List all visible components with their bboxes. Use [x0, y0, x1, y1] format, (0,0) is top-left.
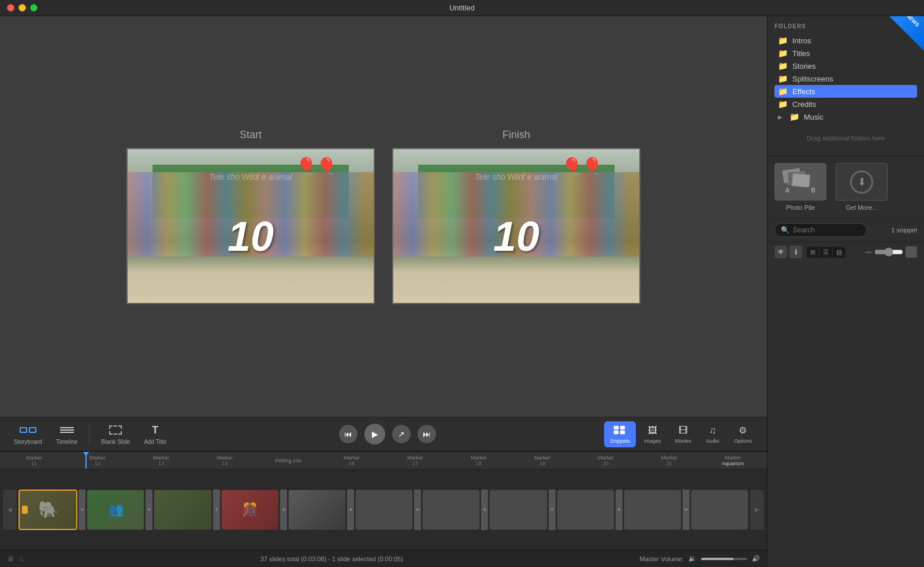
- timeline-markers: Marker 11 Marker 12 Marker 13 Marker 14 …: [0, 452, 767, 469]
- minimize-button[interactable]: [18, 4, 26, 12]
- play-button[interactable]: ▶: [364, 424, 385, 444]
- folder-label-effects: Effects: [792, 87, 815, 96]
- clip-handle-left: ◀: [3, 490, 17, 530]
- clip-18[interactable]: [489, 490, 547, 530]
- titlebar: Untitled NEWS: [0, 0, 924, 16]
- view-btn-group: ⊞ ☰ ▤: [807, 247, 845, 258]
- clip-15[interactable]: [288, 490, 346, 530]
- start-label: Start: [240, 129, 262, 141]
- folder-music[interactable]: ▶ 📁 Music: [774, 110, 917, 123]
- folder-titles[interactable]: 📁 Titles: [774, 47, 917, 60]
- clip-connector-8: ✦: [549, 490, 556, 530]
- status-info: 37 slides total (0:03:08) - 1 slide sele…: [260, 555, 403, 562]
- clip-14[interactable]: 🎊: [221, 490, 279, 530]
- get-more-template[interactable]: ⬇ Get More...: [836, 163, 888, 211]
- search-icon: 🔍: [781, 226, 789, 234]
- add-title-icon: T: [147, 423, 164, 437]
- tab-audio[interactable]: ♫ Audio: [699, 421, 726, 447]
- start-panel: Start 10 🎈🎈 Tele sho Wildl e animal: [126, 129, 375, 304]
- folder-stories[interactable]: 📁 Stories: [774, 60, 917, 72]
- balloon-area-2: 🎈🎈: [562, 157, 602, 176]
- marker-21: Marker 21: [638, 455, 701, 466]
- number-display-2: 10: [493, 213, 539, 260]
- view-controls: 👁 ℹ ⊞ ☰ ▤: [767, 242, 924, 262]
- eye-view-button[interactable]: 👁: [774, 246, 787, 258]
- storyboard-label: Storyboard: [14, 439, 42, 445]
- folder-effects[interactable]: 📁 Effects: [774, 85, 917, 98]
- size-slider[interactable]: [874, 247, 903, 257]
- folder-icon-titles: 📁: [778, 49, 788, 58]
- folder-splitscreens[interactable]: 📁 Splitscreens: [774, 72, 917, 85]
- folder-icon-splitscreens: 📁: [778, 74, 788, 83]
- clip-connector-7: ✦: [481, 490, 488, 530]
- blank-slide-icon: [107, 423, 124, 437]
- clip-17[interactable]: [422, 490, 480, 530]
- snippet-count: 1 snippet: [891, 227, 917, 234]
- tab-options[interactable]: ⚙ Options: [728, 421, 758, 447]
- toolbar-right-tabs: Snippets 🖼 Images 🎞 Movies ♫ Audio ⚙ Opt…: [604, 421, 758, 447]
- snippets-content[interactable]: [767, 262, 924, 567]
- storyboard-button[interactable]: Storyboard: [9, 421, 47, 447]
- folder-label-titles: Titles: [792, 49, 810, 58]
- folder-intros[interactable]: 📁 Intros: [774, 34, 917, 47]
- timeline-label: Timeline: [56, 439, 77, 445]
- folder-icon-intros: 📁: [778, 36, 788, 45]
- finish-frame[interactable]: 10 🎈🎈 Tele sho Wildl e animal: [392, 148, 640, 304]
- clip-aquarium[interactable]: [691, 490, 748, 530]
- timeline-tracks[interactable]: ◀ 🐘 ✦ 👥 ✦ ✦: [0, 469, 767, 550]
- photo-pile-template[interactable]: A B Photo Pile: [774, 163, 826, 211]
- clip-11[interactable]: 🐘: [18, 490, 77, 530]
- news-text: NEWS: [905, 13, 920, 28]
- playhead-indicator: [83, 452, 90, 456]
- music-icon: ♫: [18, 555, 24, 563]
- marker-16: Marker 16: [320, 455, 383, 466]
- blank-slide-button[interactable]: Blank Slide: [96, 421, 135, 447]
- finish-panel: Finish 10 🎈🎈 Tele sho Wildl e animal: [392, 129, 640, 304]
- download-icon: ⬇: [850, 171, 873, 194]
- marker-18: Marker 18: [447, 455, 511, 466]
- monitor-icon: 🖥: [7, 555, 14, 563]
- folder-icon-music: 📁: [789, 112, 799, 121]
- photo-pile-label: Photo Pile: [786, 204, 815, 211]
- svg-rect-1: [614, 431, 619, 434]
- tab-images[interactable]: 🖼 Images: [638, 421, 667, 447]
- toolbar: Storyboard Timeline: [0, 417, 767, 451]
- list-view-button[interactable]: ☰: [819, 247, 833, 258]
- toolbar-left: Storyboard Timeline: [9, 421, 171, 447]
- marker-19: Marker 19: [511, 455, 574, 466]
- window-title: Untitled: [449, 3, 475, 12]
- close-button[interactable]: [7, 4, 14, 12]
- add-title-label: Add Title: [144, 439, 166, 445]
- options-tab-label: Options: [734, 438, 752, 444]
- detail-view-button[interactable]: ▤: [833, 247, 845, 258]
- tab-snippets[interactable]: Snippets: [604, 421, 636, 447]
- clip-connector-9: ✦: [616, 490, 623, 530]
- volume-slider[interactable]: [701, 558, 747, 560]
- folder-credits[interactable]: 📁 Credits: [774, 98, 917, 110]
- size-min-icon: [865, 251, 872, 253]
- tab-movies[interactable]: 🎞 Movies: [669, 421, 697, 447]
- search-input[interactable]: [793, 226, 860, 234]
- clip-12[interactable]: 👥: [87, 490, 144, 530]
- get-more-thumb: ⬇: [836, 163, 888, 201]
- clip-13[interactable]: [154, 490, 211, 530]
- grid-view-button[interactable]: ⊞: [807, 247, 819, 258]
- main-layout: Start 10 🎈🎈 Tele sho Wildl e animal Fini…: [0, 16, 924, 567]
- marker-petting-zoo: Petting zoo: [256, 458, 320, 464]
- share-button[interactable]: ↗: [392, 425, 411, 443]
- timeline-button[interactable]: Timeline: [51, 421, 82, 447]
- clip-20[interactable]: [624, 490, 681, 530]
- folder-arrow-music: ▶: [778, 114, 783, 120]
- start-frame[interactable]: 10 🎈🎈 Tele sho Wildl e animal: [126, 148, 375, 304]
- playhead: [85, 452, 87, 469]
- fast-forward-button[interactable]: ⏭: [418, 425, 436, 443]
- status-left-controls: 🖥 ♫: [7, 555, 24, 563]
- info-view-button[interactable]: ℹ: [789, 246, 802, 258]
- clip-19[interactable]: [557, 490, 614, 530]
- clip-16[interactable]: [355, 490, 413, 530]
- add-title-button[interactable]: T Add Title: [139, 421, 171, 447]
- rewind-button[interactable]: ⏮: [339, 425, 357, 443]
- status-right: Master Volume: 🔉 🔊: [640, 555, 760, 562]
- maximize-button[interactable]: [30, 4, 38, 12]
- overlay-text: Tele sho Wildl e animal: [209, 172, 292, 181]
